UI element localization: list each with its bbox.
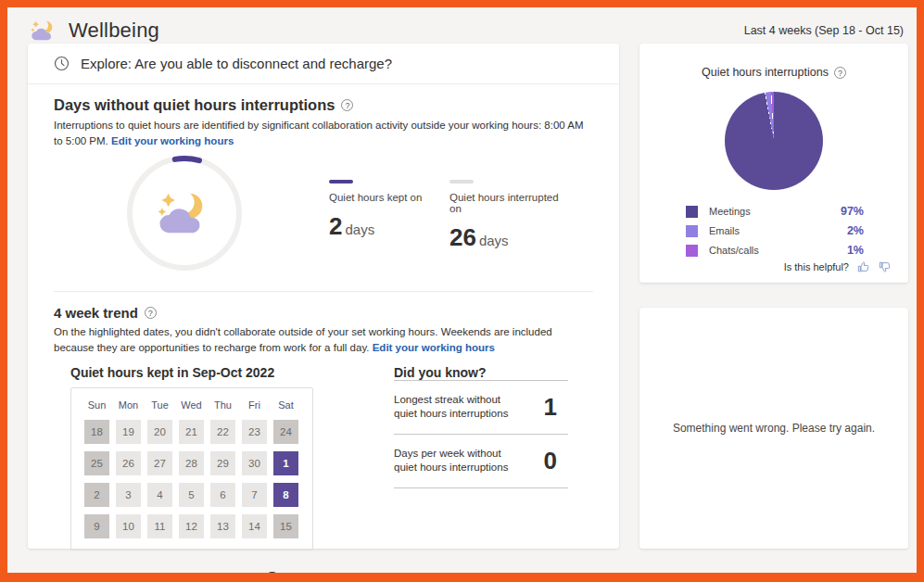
meetings-percent: 97% bbox=[841, 205, 864, 218]
pie-card-title-text: Quiet hours interruptions bbox=[702, 66, 829, 79]
calendar-day-cell: 11 bbox=[147, 514, 172, 538]
emails-percent: 2% bbox=[847, 224, 864, 237]
trend-heading-text: 4 week trend bbox=[54, 305, 138, 321]
quiet-hours-kept-swatch bbox=[96, 573, 109, 582]
calendar-day-cell: 12 bbox=[179, 514, 204, 538]
quiet-days-heading-text: Days without quiet hours interruptions bbox=[54, 96, 335, 114]
calendar-day-cell: 15 bbox=[273, 514, 298, 538]
calendar-day-cell: 14 bbox=[242, 514, 267, 538]
calendar: SunMonTueWedThuFriSat1819202122232425262… bbox=[70, 387, 313, 550]
kept-unit: days bbox=[345, 221, 374, 237]
calendar-day-header: Mon bbox=[116, 398, 141, 412]
did-you-know-panel: Did you know? Longest streak without qui… bbox=[394, 363, 568, 550]
interrupted-color-bar bbox=[449, 180, 474, 183]
did-you-know-title: Did you know? bbox=[394, 365, 568, 380]
calendar-day-cell: 23 bbox=[242, 420, 267, 444]
calendar-day-header: Sat bbox=[273, 398, 298, 412]
calendar-day-cell: 8 bbox=[273, 483, 298, 507]
stat-quiet-hours-interrupted: Quiet hours interrupted on 26days bbox=[449, 180, 570, 252]
calendar-day-cell: 27 bbox=[147, 451, 172, 475]
explore-row: Explore: Are you able to disconnect and … bbox=[28, 44, 619, 84]
kept-value: 2days bbox=[329, 212, 449, 241]
pie-legend-row-emails: Emails 2% bbox=[686, 224, 864, 237]
pie-legend-row-chats: Chats/calls 1% bbox=[686, 244, 864, 257]
thumbs-up-icon[interactable] bbox=[533, 573, 546, 582]
calendar-day-cell: 6 bbox=[210, 483, 235, 507]
helpful-prompt: Is this helpful? bbox=[460, 573, 567, 582]
thumbs-down-icon[interactable] bbox=[879, 260, 892, 273]
help-icon[interactable]: ? bbox=[341, 99, 353, 111]
helpful-text: Is this helpful? bbox=[460, 574, 525, 582]
calendar-day-cell: 7 bbox=[242, 483, 267, 507]
kept-color-bar bbox=[329, 180, 353, 183]
help-icon[interactable]: ? bbox=[834, 67, 846, 79]
moon-cloud-icon bbox=[156, 188, 213, 238]
trend-description: On the highlighted dates, you didn't col… bbox=[54, 324, 593, 355]
emails-label: Emails bbox=[709, 225, 740, 236]
calendar-day-cell: 10 bbox=[116, 514, 141, 538]
calendar-day-header: Tue bbox=[147, 398, 172, 412]
help-icon[interactable]: ? bbox=[145, 307, 157, 319]
days-per-week-label: Days per week without quiet hours interr… bbox=[394, 447, 513, 475]
error-message: Something went wrong. Please try again. bbox=[673, 422, 875, 435]
meetings-label: Meetings bbox=[709, 206, 751, 217]
pie-card-title: Quiet hours interruptions ? bbox=[639, 66, 908, 79]
error-card: Something went wrong. Please try again. bbox=[639, 308, 908, 549]
calendar-day-cell: 4 bbox=[147, 483, 172, 507]
calendar-day-header: Sun bbox=[84, 398, 109, 412]
calendar-day-cell: 24 bbox=[273, 420, 298, 444]
quiet-days-hero: Quiet hours kept on 2days Quiet hours in… bbox=[54, 152, 593, 282]
trend-heading: 4 week trend ? bbox=[54, 305, 593, 321]
calendar-day-cell: 9 bbox=[84, 514, 109, 538]
calendar-day-cell: 2 bbox=[84, 483, 109, 507]
calendar-day-cell: 30 bbox=[242, 451, 267, 475]
calendar-day-cell: 5 bbox=[179, 483, 204, 507]
chats-calls-label: Chats/calls bbox=[709, 245, 759, 256]
calendar-day-cell: 1 bbox=[273, 451, 298, 475]
calendar-day-cell: 3 bbox=[116, 483, 141, 507]
calendar-day-cell: 26 bbox=[116, 451, 141, 475]
explore-question: Explore: Are you able to disconnect and … bbox=[81, 56, 392, 71]
did-you-know-item: Longest streak without quiet hours inter… bbox=[394, 380, 568, 434]
helpful-prompt: Is this helpful? bbox=[784, 260, 892, 273]
streak-label: Longest streak without quiet hours inter… bbox=[394, 393, 513, 422]
thumbs-down-icon[interactable] bbox=[554, 573, 567, 582]
kept-count-suffix: of 28 days bbox=[282, 573, 346, 582]
meetings-swatch bbox=[686, 206, 698, 218]
page-title: Wellbeing bbox=[69, 19, 159, 43]
date-range-label: Last 4 weeks (Sep 18 - Oct 15) bbox=[744, 24, 907, 37]
chats-calls-swatch bbox=[686, 245, 698, 257]
wellbeing-moon-cloud-icon bbox=[30, 19, 57, 43]
calendar-day-cell: 13 bbox=[210, 514, 235, 538]
helpful-text: Is this helpful? bbox=[784, 261, 849, 272]
thumbs-up-icon[interactable] bbox=[857, 260, 870, 273]
streak-value: 1 bbox=[544, 393, 568, 422]
interrupted-value: 26days bbox=[449, 223, 570, 252]
calendar-day-cell: 19 bbox=[116, 420, 141, 444]
section-divider bbox=[54, 291, 593, 292]
calendar-day-cell: 20 bbox=[147, 420, 172, 444]
edit-working-hours-link[interactable]: Edit your working hours bbox=[111, 135, 234, 146]
days-per-week-value: 0 bbox=[544, 447, 568, 475]
quiet-hours-kept-count: 2of 28 days bbox=[266, 567, 345, 582]
edit-working-hours-link-2[interactable]: Edit your working hours bbox=[373, 342, 495, 353]
quiet-days-progress-ring bbox=[123, 152, 246, 274]
stat-quiet-hours-kept: Quiet hours kept on 2days bbox=[329, 180, 449, 252]
emails-swatch bbox=[686, 225, 698, 237]
interruptions-pie-chart bbox=[725, 92, 823, 190]
calendar-title: Quiet hours kept in Sep-Oct 2022 bbox=[70, 365, 364, 380]
calendar-day-header: Fri bbox=[242, 398, 267, 412]
interrupted-label: Quiet hours interrupted on bbox=[449, 192, 570, 214]
calendar-day-cell: 25 bbox=[84, 451, 109, 475]
calendar-day-header: Wed bbox=[179, 398, 204, 412]
calendar-day-cell: 28 bbox=[179, 451, 204, 475]
calendar-day-cell: 21 bbox=[179, 420, 204, 444]
wellbeing-main-card: Explore: Are you able to disconnect and … bbox=[28, 44, 619, 549]
pie-legend-row-meetings: Meetings 97% bbox=[686, 205, 864, 218]
kept-count-number: 2 bbox=[266, 567, 277, 582]
chats-calls-percent: 1% bbox=[847, 244, 864, 257]
interrupted-unit: days bbox=[479, 233, 509, 248]
calendar-day-cell: 18 bbox=[84, 420, 109, 444]
calendar-grid: SunMonTueWedThuFriSat1819202122232425262… bbox=[84, 398, 299, 538]
pie-legend: Meetings 97% Emails 2% Chats/calls 1% bbox=[686, 205, 864, 257]
